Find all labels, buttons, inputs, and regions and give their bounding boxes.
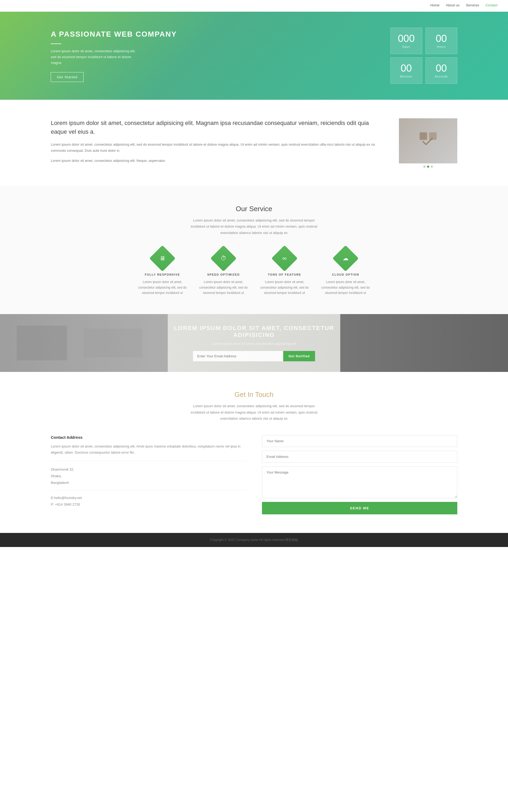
service-title: Our Service xyxy=(51,205,457,213)
contact-right: SEND ME xyxy=(262,435,457,514)
contact-address-desc: Lorem ipsum dolor sit amet, consectetur … xyxy=(51,443,246,461)
service-card-feature: ∞ TONS OF FEATURE Lorem ipsum dolor sit … xyxy=(258,249,311,296)
cloud-title: CLOUD OPTION xyxy=(319,273,372,276)
seconds-number: 00 xyxy=(435,63,447,73)
dot-1 xyxy=(423,166,425,168)
contact-message-input[interactable] xyxy=(262,466,457,498)
image-dots xyxy=(399,166,457,168)
hero-section: A PASSIONATE WEB COMPANY Lorem ipsum dol… xyxy=(0,12,508,100)
contact-section: Get In Touch Lorem ipsum dolor sit amet,… xyxy=(0,372,508,533)
contact-address-title: Contact Address xyxy=(51,435,246,440)
contact-info: E:hello@foundry.net P: +614 3940 2726 xyxy=(51,495,246,508)
countdown-hours: 00 Hours xyxy=(425,28,457,54)
hours-label: Hours xyxy=(436,45,446,48)
hours-number: 00 xyxy=(435,34,447,44)
about-image-inner xyxy=(399,118,457,164)
about-para2: Lorem ipsum dolor sit amet, consectetur … xyxy=(51,157,383,164)
about-image xyxy=(399,118,457,164)
cloud-desc: Lorem ipsum dolor sit amet, consectetur … xyxy=(319,279,372,296)
cta-form: Get Notified xyxy=(193,351,315,361)
contact-email: E:hello@foundry.net xyxy=(51,495,246,501)
nav-services[interactable]: Services xyxy=(466,3,479,7)
get-notified-button[interactable]: Get Notified xyxy=(283,351,315,361)
cta-email-input[interactable] xyxy=(193,351,283,361)
contact-name-input[interactable] xyxy=(262,435,457,447)
hero-title: A PASSIONATE WEB COMPANY xyxy=(51,30,380,39)
hero-left: A PASSIONATE WEB COMPANY Lorem ipsum dol… xyxy=(51,30,390,82)
contact-left: Contact Address Lorem ipsum dolor sit am… xyxy=(51,435,246,514)
speed-icon: ⏱ xyxy=(210,245,237,272)
feature-desc: Lorem ipsum dolor sit amet, consectetur … xyxy=(258,279,311,296)
countdown-seconds: 00 Seconds xyxy=(425,57,457,84)
about-para1: Lorem ipsum dolor sit amet, consectetur … xyxy=(51,141,383,154)
nav-about[interactable]: About us xyxy=(446,3,459,7)
svg-rect-5 xyxy=(340,314,508,372)
feature-icon: ∞ xyxy=(271,245,298,272)
countdown-minutes: 00 Minutes xyxy=(390,57,422,84)
service-card-responsive: 🖥 FULLY RESPONSIVE Lorem ipsum dolor sit… xyxy=(136,249,189,296)
office-left-decoration xyxy=(0,314,168,372)
cloud-icon: ☁ xyxy=(333,245,359,272)
days-label: Days xyxy=(403,45,410,48)
about-left: Lorem ipsum dolor sit amet, consectetur … xyxy=(51,119,383,167)
service-cards-grid: 🖥 FULLY RESPONSIVE Lorem ipsum dolor sit… xyxy=(51,249,457,296)
contact-title: Get In Touch xyxy=(51,391,457,399)
navbar: Home About us Services Contact xyxy=(0,0,508,11)
about-right xyxy=(399,118,457,168)
days-number: 000 xyxy=(398,34,415,44)
dot-3 xyxy=(431,166,433,168)
address-line3: Bangladesh xyxy=(51,480,246,486)
address-line1: Dhanmondi 32, xyxy=(51,466,246,473)
office-right-decoration xyxy=(340,314,508,372)
speed-title: SPEED OPTIMIZED xyxy=(197,273,250,276)
svg-rect-0 xyxy=(420,132,427,140)
cta-content: LOREM IPSUM DOLOR SIT AMET, CONSECTETUR … xyxy=(161,314,347,372)
contact-phone: P: +614 3940 2726 xyxy=(51,501,246,508)
contact-grid: Contact Address Lorem ipsum dolor sit am… xyxy=(51,435,457,514)
about-section: Lorem ipsum dolor sit amet, consectetur … xyxy=(0,100,508,186)
address-line2: Dhaka, xyxy=(51,473,246,480)
cta-title: LOREM IPSUM DOLOR SIT AMET, CONSECTETUR … xyxy=(166,325,342,339)
hero-description: Lorem ipsum dolor sit amet, consectetur … xyxy=(51,48,141,66)
contact-email-input[interactable] xyxy=(262,451,457,463)
cta-subtitle: Lorem ipsum dolor sit amet, consectetur … xyxy=(166,342,342,346)
contact-address: Dhanmondi 32, Dhaka, Bangladesh xyxy=(51,466,246,491)
service-card-cloud: ☁ CLOUD OPTION Lorem ipsum dolor sit ame… xyxy=(319,249,372,296)
dot-2 xyxy=(427,166,429,168)
office-bg-left xyxy=(0,314,168,372)
hero-divider xyxy=(51,44,61,44)
minutes-label: Minutes xyxy=(400,75,413,78)
responsive-title: FULLY RESPONSIVE xyxy=(136,273,189,276)
nav-contact[interactable]: Contact xyxy=(485,3,497,7)
footer: Copyright © 2022 Company name All rights… xyxy=(0,533,508,547)
nav-home[interactable]: Home xyxy=(430,3,439,7)
service-section: Our Service Lorem ipsum dolor sit amet, … xyxy=(0,186,508,314)
minutes-number: 00 xyxy=(400,63,412,73)
about-heading: Lorem ipsum dolor sit amet, consectetur … xyxy=(51,119,383,136)
seconds-label: Seconds xyxy=(435,75,448,78)
svg-rect-1 xyxy=(429,132,436,140)
svg-rect-4 xyxy=(84,329,142,358)
responsive-icon: 🖥 xyxy=(150,245,176,272)
footer-text: Copyright © 2022 Company name All rights… xyxy=(210,538,298,542)
speed-desc: Lorem ipsum dolor sit amet, consectetur … xyxy=(197,279,250,296)
svg-rect-3 xyxy=(17,326,67,361)
contact-subtitle: Lorem ipsum dolor sit amet, consectetur … xyxy=(188,403,320,421)
feature-title: TONS OF FEATURE xyxy=(258,273,311,276)
service-subtitle: Lorem ipsum dolor sit amet, consectetur … xyxy=(188,217,320,236)
countdown-grid: 000 Days 00 Hours 00 Minutes 00 Seconds xyxy=(390,28,457,84)
get-started-button[interactable]: Get Started xyxy=(51,72,83,82)
countdown-days: 000 Days xyxy=(390,28,422,54)
service-card-speed: ⏱ SPEED OPTIMIZED Lorem ipsum dolor sit … xyxy=(197,249,250,296)
checkmark-icon xyxy=(418,130,439,151)
cta-banner: LOREM IPSUM DOLOR SIT AMET, CONSECTETUR … xyxy=(0,314,508,372)
office-bg-right xyxy=(340,314,508,372)
send-button[interactable]: SEND ME xyxy=(262,502,457,514)
responsive-desc: Lorem ipsum dolor sit amet, consectetur … xyxy=(136,279,189,296)
